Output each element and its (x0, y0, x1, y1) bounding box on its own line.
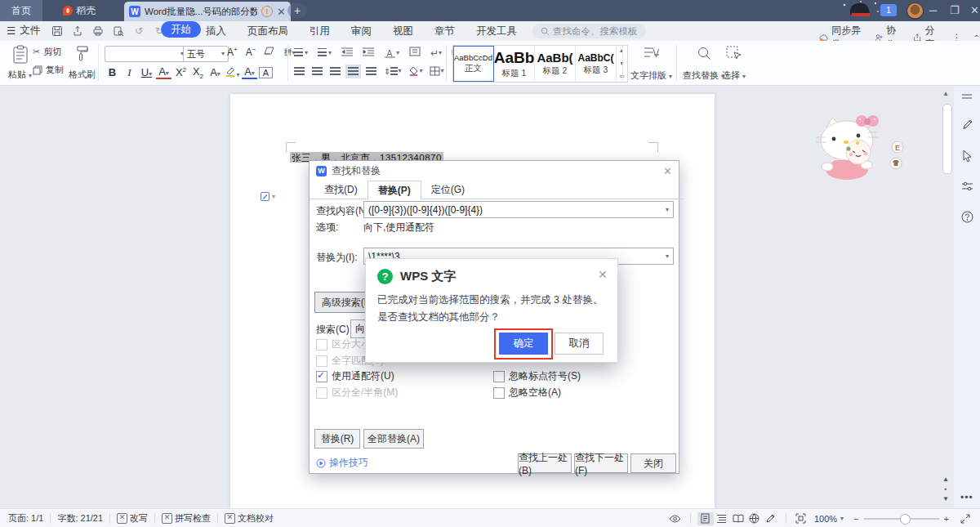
ribbon-tab-start[interactable]: 开始 (161, 21, 201, 38)
style-heading1[interactable]: AaBb 标题 1 (494, 46, 535, 82)
zoom-slider[interactable] (864, 518, 939, 520)
numbered-list-button[interactable]: ▾ (318, 48, 332, 57)
ribbon-tab-view[interactable]: 视图 (393, 25, 413, 38)
shading-button[interactable]: ▾ (408, 66, 422, 76)
tab-home[interactable]: 首页 (0, 0, 42, 21)
grow-font-button[interactable]: A+ (227, 46, 238, 58)
view-read-icon[interactable] (730, 512, 746, 525)
checkbox-fullwidth[interactable]: 区分全/半角(M) (316, 386, 398, 400)
rail-settings-icon[interactable] (961, 181, 973, 194)
highlight-button[interactable]: ▾ (225, 66, 240, 79)
cut-button[interactable]: ✂剪切 (33, 46, 64, 58)
view-write-icon[interactable] (763, 512, 779, 525)
cancel-button[interactable]: 取消 (555, 333, 604, 355)
zoom-slider-thumb[interactable] (900, 514, 911, 525)
increase-indent-icon[interactable] (363, 47, 374, 59)
select-button[interactable]: 选择 ▾ (722, 46, 746, 82)
find-prev-button[interactable]: 查找上一处(B) (518, 453, 572, 473)
print-icon[interactable] (91, 25, 105, 38)
command-search-input[interactable]: 查找命令、搜索模板 (532, 24, 646, 38)
minimize-button[interactable]: ─ (929, 4, 937, 16)
tab-find[interactable]: 查找(D) (314, 181, 368, 199)
underline-button[interactable]: U▾ (139, 66, 154, 78)
tab-document[interactable]: W Word批量隐...号码的部分数字 ! ✕ (124, 2, 291, 21)
style-normal[interactable]: AaBbCcDd 正文 (453, 46, 494, 82)
style-heading2[interactable]: AaBb( 标题 2 (535, 46, 576, 82)
scrollbar-thumb[interactable] (942, 104, 952, 174)
checkbox-ignore-whitespace[interactable]: 忽略空格(A) (493, 386, 561, 400)
borders-button[interactable]: ▾ (430, 66, 443, 76)
replace-all-button[interactable]: 全部替换(A) (363, 429, 424, 449)
word-count[interactable]: 字数: 21/21 (57, 512, 103, 525)
fullscreen-icon[interactable] (957, 512, 973, 525)
find-what-input[interactable]: ([0-9]{3})([0-9]{4})([0-9]{4})▾ (363, 201, 674, 218)
rail-select-icon[interactable] (961, 150, 973, 164)
subscript-button[interactable]: X2 (190, 65, 206, 80)
view-page-icon[interactable] (697, 512, 714, 525)
close-button[interactable]: ✕ (970, 4, 979, 16)
export-icon[interactable] (71, 25, 84, 38)
ribbon-tab-references[interactable]: 引用 (310, 25, 330, 38)
wrap-button[interactable]: ↵▾ (430, 47, 442, 59)
file-menu[interactable]: 文件 (20, 24, 40, 38)
tips-link[interactable]: 操作技巧 (316, 456, 368, 470)
font-color-button[interactable]: A▾ (242, 65, 257, 79)
ribbon-tab-page-layout[interactable]: 页面布局 (247, 25, 288, 38)
scroll-up-icon[interactable]: ▲ (942, 90, 949, 97)
ribbon-tab-review[interactable]: 审阅 (351, 25, 372, 38)
style-heading3[interactable]: AaBbC( 标题 3 (576, 46, 616, 82)
char-scale-button[interactable]: ▾ (384, 48, 399, 58)
proofread-toggle[interactable]: ✕文档校对 (225, 512, 274, 525)
text-layout-button[interactable]: 文字排版 ▾ (630, 46, 672, 82)
distribute-icon[interactable] (366, 67, 376, 76)
align-center-icon[interactable] (312, 67, 323, 76)
close-dialog-button[interactable]: 关闭 (630, 453, 676, 473)
margin-annotation-icon[interactable]: ▾ (260, 191, 275, 202)
zoom-chevron-icon[interactable]: ▾ (840, 516, 844, 522)
eye-protection-icon[interactable] (667, 512, 684, 525)
ribbon-tab-section[interactable]: 章节 (434, 25, 455, 38)
tab-docer[interactable]: 稻壳 (47, 0, 111, 21)
rail-more-icon[interactable]: ••• (960, 492, 973, 503)
bullet-list-button[interactable]: ▾ (294, 48, 308, 57)
ok-button[interactable]: 确定 (499, 333, 548, 355)
page-indicator[interactable]: 页面: 1/1 (8, 512, 43, 525)
tab-replace[interactable]: 替换(P) (368, 181, 421, 200)
char-shading-button[interactable]: A (259, 67, 273, 78)
dialog-titlebar[interactable]: W 查找和替换 ✕ (310, 161, 679, 181)
copy-button[interactable]: 复制 (33, 64, 64, 76)
undo-icon[interactable]: ↺ (132, 25, 145, 38)
notification-badge[interactable]: 1 (880, 4, 897, 16)
view-outline-icon[interactable] (714, 512, 730, 525)
checkbox-ignore-punctuation[interactable]: 忽略标点符号(S) (493, 369, 581, 383)
align-right-icon[interactable] (330, 67, 341, 76)
tab-goto[interactable]: 定位(G) (421, 181, 474, 199)
ribbon-tab-devtools[interactable]: 开发工具 (476, 25, 517, 38)
superscript-button[interactable]: X2 (173, 66, 189, 78)
checkbox-use-wildcards[interactable]: 使用通配符(U) (316, 369, 394, 383)
strikethrough-button[interactable]: A▾ (156, 65, 172, 79)
ribbon-tab-insert[interactable]: 插入 (206, 25, 226, 38)
spellcheck-toggle[interactable]: ✕拼写检查 (162, 512, 211, 525)
clear-format-icon[interactable] (264, 46, 275, 58)
hello-kitty-sticker[interactable]: E (811, 114, 907, 180)
hamburger-icon[interactable]: ☰ (7, 25, 16, 37)
popup-close-icon[interactable]: ✕ (598, 268, 608, 281)
justify-icon[interactable] (348, 67, 359, 76)
print-preview-icon[interactable] (112, 25, 125, 38)
bold-button[interactable]: B (105, 66, 120, 78)
text-effects-button[interactable]: A▾ (207, 66, 223, 78)
replace-button[interactable]: 替换(R) (314, 429, 360, 449)
decrease-indent-icon[interactable] (341, 47, 353, 59)
doc-warning-icon[interactable]: ! (261, 6, 273, 17)
find-replace-button[interactable]: 查找替换 ▾ (683, 46, 724, 82)
user-avatar[interactable] (906, 2, 924, 20)
save-icon[interactable] (51, 25, 64, 38)
line-spacing-button[interactable]: ⇕▾ (384, 67, 401, 76)
rail-edit-icon[interactable] (961, 118, 973, 133)
tab-close-icon[interactable]: ✕ (277, 6, 286, 18)
rewrite-toggle[interactable]: ✕改写 (117, 512, 148, 525)
restore-button[interactable]: ❐ (950, 4, 960, 16)
shrink-font-button[interactable]: A− (246, 46, 256, 58)
zoom-in-button[interactable]: + (944, 514, 949, 524)
